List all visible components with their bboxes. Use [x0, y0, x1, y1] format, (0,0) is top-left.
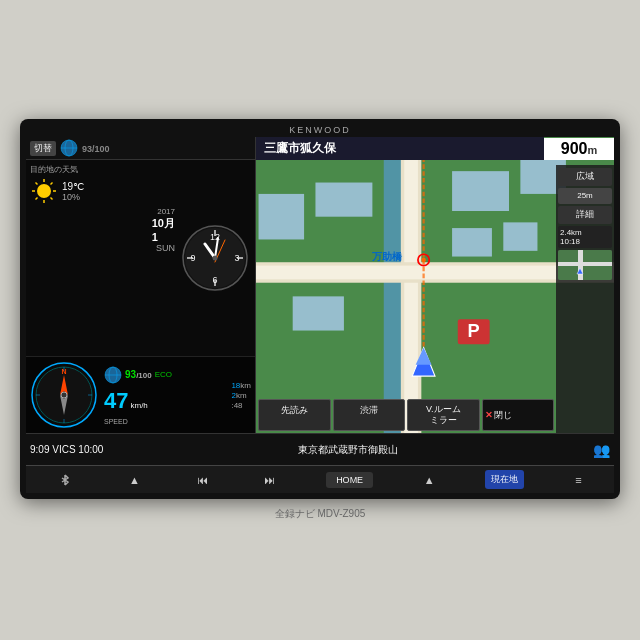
compass: N	[30, 361, 98, 429]
sakiyomi-button[interactable]: 先読み	[258, 399, 331, 431]
map-right-panel: 広域 25m 詳細 2.4km 10:18	[556, 165, 614, 433]
mini-map	[558, 250, 612, 280]
humidity: 10%	[62, 192, 84, 202]
svg-text:万助橋: 万助橋	[371, 251, 403, 262]
svg-text:N: N	[61, 368, 66, 375]
speed-label: SPEED	[104, 418, 225, 425]
up2-button[interactable]: ▲	[418, 472, 441, 488]
device-frame: KENWOOD 切替 93/100	[20, 119, 620, 499]
weather-temps: 19℃ 10%	[62, 181, 84, 202]
svg-rect-48	[503, 222, 537, 250]
svg-point-34	[61, 392, 67, 398]
menu-button[interactable]: ≡	[569, 472, 587, 488]
control-bar: ▲ ⏮ ⏭ HOME ▲ 現在地 ≡	[26, 465, 614, 493]
map-area: P 万助橋 三鷹市狐久保 900m	[256, 137, 614, 433]
bluetooth-button[interactable]	[52, 471, 78, 489]
weather-globe-icon	[60, 139, 78, 157]
speed-unit: km/h	[130, 401, 147, 410]
temperature: 19℃	[62, 181, 84, 192]
top-strip: 切替 93/100	[26, 137, 255, 160]
caption: 全録ナビ MDV-Z905	[275, 507, 366, 521]
year: 2017	[157, 207, 175, 216]
svg-point-3	[37, 184, 51, 198]
svg-text:9: 9	[190, 253, 195, 263]
switch-button[interactable]: 切替	[30, 141, 56, 156]
svg-line-8	[36, 183, 38, 185]
up-button[interactable]: ▲	[123, 472, 146, 488]
svg-line-11	[36, 198, 38, 200]
next-button[interactable]: ⏭	[258, 472, 281, 488]
svg-rect-62	[558, 262, 612, 266]
prev-button[interactable]: ⏮	[191, 472, 214, 488]
svg-text:P: P	[468, 321, 480, 341]
map-action-buttons: 先読み 渋滞 V.ルーム ミラー ✕閉じ	[256, 397, 556, 433]
clock-section: 12 3 6 9	[179, 164, 251, 352]
map-detail-info: 2.4km 10:18	[558, 226, 612, 248]
eco-label: ECO	[155, 370, 172, 379]
eco-globe-icon	[104, 366, 122, 384]
eco-score-top: 93/100	[82, 142, 110, 154]
place-name: 三鷹市狐久保	[256, 137, 544, 160]
eco-value: 93/100	[125, 369, 152, 380]
scale-indicator: 25m	[558, 188, 612, 204]
left-panel: 切替 93/100 目的地の天気	[26, 137, 256, 433]
speed-value: 47	[104, 388, 128, 414]
bottom-left: N 93/100	[26, 356, 255, 433]
svg-rect-51	[315, 183, 372, 217]
svg-rect-50	[259, 194, 305, 240]
svg-text:3: 3	[234, 253, 239, 263]
dist-row-1: 18km	[231, 381, 251, 390]
weather-row: 19℃ 10%	[30, 177, 175, 205]
analog-clock: 12 3 6 9	[181, 224, 249, 292]
detail-button[interactable]: 詳細	[558, 206, 612, 224]
sun-icon	[30, 177, 58, 205]
map-header: 三鷹市狐久保 900m	[256, 137, 614, 160]
dist-time: :48	[231, 401, 251, 410]
brand-label: KENWOOD	[26, 125, 614, 135]
speed-row: 47 km/h	[104, 388, 225, 414]
weather-section: 目的地の天気	[30, 164, 175, 352]
distance-display: 900m	[544, 138, 614, 160]
weather-title: 目的地の天気	[30, 164, 175, 175]
svg-rect-49	[293, 296, 344, 330]
home-button[interactable]: HOME	[326, 472, 373, 488]
dist-row-2: 2km	[231, 391, 251, 400]
wide-button[interactable]: 広域	[558, 168, 612, 186]
jyutai-button[interactable]: 渋滞	[333, 399, 406, 431]
time-vics: 9:09 VICS 10:00	[30, 444, 103, 455]
day-name: SUN	[156, 243, 175, 253]
speed-eco-wrap: 93/100 ECO 47 km/h SPEED	[104, 366, 225, 425]
svg-point-59	[421, 258, 426, 263]
svg-rect-47	[452, 228, 492, 256]
svg-text:6: 6	[212, 275, 217, 285]
svg-point-25	[213, 256, 218, 261]
date-section: 2017 10月 1 SUN	[30, 207, 175, 253]
eco-bar: 93/100 ECO	[104, 366, 225, 384]
top-area: 切替 93/100 目的地の天気	[26, 137, 614, 433]
close-button[interactable]: ✕閉じ	[482, 399, 555, 431]
svg-rect-45	[452, 171, 509, 211]
month-day: 10月 1	[152, 216, 175, 243]
bottom-strip: 9:09 VICS 10:00 東京都武蔵野市御殿山 👥	[26, 433, 614, 465]
svg-line-9	[51, 198, 53, 200]
location-button[interactable]: 現在地	[485, 470, 524, 489]
weather-clock-row: 目的地の天気	[26, 160, 255, 356]
svg-line-10	[51, 183, 53, 185]
svg-rect-42	[404, 137, 418, 433]
people-icon: 👥	[593, 442, 610, 458]
distance-info: 18km 2km :48	[231, 381, 251, 410]
vroom-mirror-button[interactable]: V.ルーム ミラー	[407, 399, 480, 431]
current-address: 東京都武蔵野市御殿山	[107, 443, 589, 457]
main-screen: 切替 93/100 目的地の天気	[26, 137, 614, 493]
